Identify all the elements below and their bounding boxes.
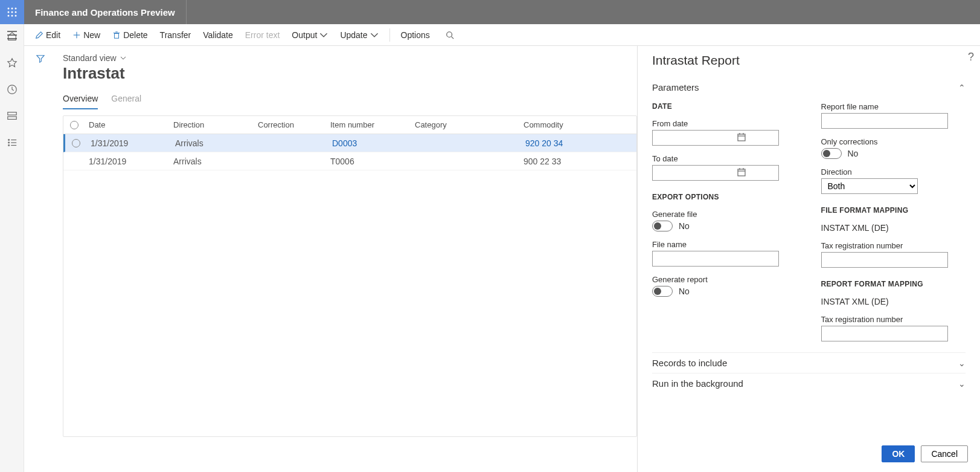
only-corrections-field: Only corrections No xyxy=(821,137,966,159)
svg-rect-20 xyxy=(7,112,16,115)
toggle-value: No xyxy=(679,286,690,296)
page-wrap: Standard view Intrastat Overview General… xyxy=(24,46,637,472)
left-rail xyxy=(0,24,24,472)
col-date[interactable]: Date xyxy=(85,120,170,129)
tax-reg-field-1: Tax registration number xyxy=(821,241,966,268)
section-parameters-header[interactable]: Parameters ⌃ xyxy=(652,77,966,97)
grid-header: Date Direction Correction Item number Ca… xyxy=(63,116,636,134)
main-area: Standard view Intrastat Overview General… xyxy=(24,46,980,472)
tax-reg-input-2[interactable] xyxy=(821,326,948,341)
only-corrections-toggle[interactable] xyxy=(821,148,842,159)
from-date-field: From date xyxy=(652,119,797,146)
calendar-icon[interactable] xyxy=(737,132,746,144)
new-label: New xyxy=(83,30,100,40)
search-icon xyxy=(446,31,454,39)
validate-button[interactable]: Validate xyxy=(198,28,238,42)
calendar-icon[interactable] xyxy=(737,167,746,179)
help-button[interactable]: ? xyxy=(968,51,974,63)
svg-point-1 xyxy=(11,8,13,10)
favorites-button[interactable] xyxy=(0,54,24,71)
cell-item-number[interactable]: D0003 xyxy=(328,138,413,148)
svg-point-24 xyxy=(8,142,9,143)
new-button[interactable]: New xyxy=(68,28,105,42)
svg-point-22 xyxy=(8,140,9,141)
chevron-down-icon: ⌄ xyxy=(958,379,966,389)
generate-report-field: Generate report No xyxy=(652,275,797,297)
cell-commodity[interactable]: 920 20 34 xyxy=(522,138,636,148)
edit-button[interactable]: Edit xyxy=(30,28,65,42)
star-icon xyxy=(7,57,18,68)
direction-field: Direction Both xyxy=(821,167,966,194)
tabs: Overview General xyxy=(63,94,637,109)
svg-point-26 xyxy=(8,145,9,146)
date-group-label: DATE xyxy=(652,102,797,111)
section-parameters-body: DATE From date To date xyxy=(652,97,966,352)
funnel-icon xyxy=(36,54,45,63)
to-date-input[interactable] xyxy=(652,165,779,181)
section-records-header[interactable]: Records to include ⌄ xyxy=(652,352,966,373)
view-selector[interactable]: Standard view xyxy=(63,53,126,63)
report-file-name-field: Report file name xyxy=(821,102,966,129)
report-format-value: INSTAT XML (DE) xyxy=(821,297,966,306)
svg-point-3 xyxy=(8,11,10,13)
tab-general[interactable]: General xyxy=(111,94,141,109)
nav-toggle[interactable] xyxy=(0,24,24,46)
file-format-mapping-label: FILE FORMAT MAPPING xyxy=(821,206,966,215)
row-select[interactable] xyxy=(65,139,87,147)
table-row[interactable]: 1/31/2019 Arrivals D0003 920 20 34 xyxy=(63,134,636,152)
generate-file-field: Generate file No xyxy=(652,210,797,231)
section-background-header[interactable]: Run in the background ⌄ xyxy=(652,373,966,393)
ok-button[interactable]: OK xyxy=(882,445,915,462)
svg-rect-21 xyxy=(7,117,16,120)
cell-commodity[interactable]: 900 22 33 xyxy=(520,157,636,166)
list-icon xyxy=(7,137,18,148)
file-name-input[interactable] xyxy=(652,251,779,267)
file-format-value: INSTAT XML (DE) xyxy=(821,223,966,233)
search-button[interactable] xyxy=(441,28,459,42)
chevron-up-icon: ⌃ xyxy=(958,83,966,92)
svg-point-0 xyxy=(8,8,10,10)
direction-select[interactable]: Both xyxy=(821,178,918,194)
transfer-button[interactable]: Transfer xyxy=(155,28,196,42)
svg-line-18 xyxy=(451,36,453,39)
side-panel: ? Intrastat Report Parameters ⌃ DATE Fro… xyxy=(637,46,980,472)
toggle-value: No xyxy=(679,221,690,231)
hamburger-icon xyxy=(7,31,17,39)
col-item-number[interactable]: Item number xyxy=(327,120,411,129)
col-category[interactable]: Category xyxy=(411,120,520,129)
error-text-button[interactable]: Error text xyxy=(240,28,285,42)
cancel-button[interactable]: Cancel xyxy=(921,445,968,462)
svg-rect-28 xyxy=(738,134,745,141)
modules-button[interactable] xyxy=(0,134,24,151)
report-file-name-input[interactable] xyxy=(821,113,948,129)
panel-footer: OK Cancel xyxy=(638,439,980,472)
cell-item-number[interactable]: T0006 xyxy=(327,157,411,166)
page-title: Intrastat xyxy=(63,64,637,83)
filter-button[interactable] xyxy=(36,54,45,65)
tab-overview[interactable]: Overview xyxy=(63,94,98,109)
report-format-mapping-label: REPORT FORMAT MAPPING xyxy=(821,280,966,288)
generate-report-toggle[interactable] xyxy=(652,286,673,297)
divider xyxy=(186,0,187,24)
select-all[interactable] xyxy=(63,121,85,129)
from-date-input[interactable] xyxy=(652,130,779,146)
export-options-label: EXPORT OPTIONS xyxy=(652,193,797,201)
col-commodity[interactable]: Commodity xyxy=(520,120,636,129)
svg-point-7 xyxy=(11,15,13,17)
app-launcher[interactable] xyxy=(0,0,24,24)
recent-button[interactable] xyxy=(0,81,24,98)
output-button[interactable]: Output xyxy=(287,28,333,42)
chevron-down-icon xyxy=(319,31,328,39)
top-bar: Finance and Operations Preview xyxy=(0,0,980,24)
col-direction[interactable]: Direction xyxy=(170,120,254,129)
workspaces-button[interactable] xyxy=(0,108,24,124)
delete-button[interactable]: Delete xyxy=(107,28,152,42)
update-button[interactable]: Update xyxy=(335,28,383,42)
generate-file-toggle[interactable] xyxy=(652,221,673,231)
divider xyxy=(389,28,390,42)
svg-point-6 xyxy=(8,15,10,17)
tax-reg-input-1[interactable] xyxy=(821,252,948,268)
table-row[interactable]: 1/31/2019 Arrivals T0006 900 22 33 xyxy=(63,152,636,170)
col-correction[interactable]: Correction xyxy=(254,120,327,129)
options-button[interactable]: Options xyxy=(396,28,435,42)
